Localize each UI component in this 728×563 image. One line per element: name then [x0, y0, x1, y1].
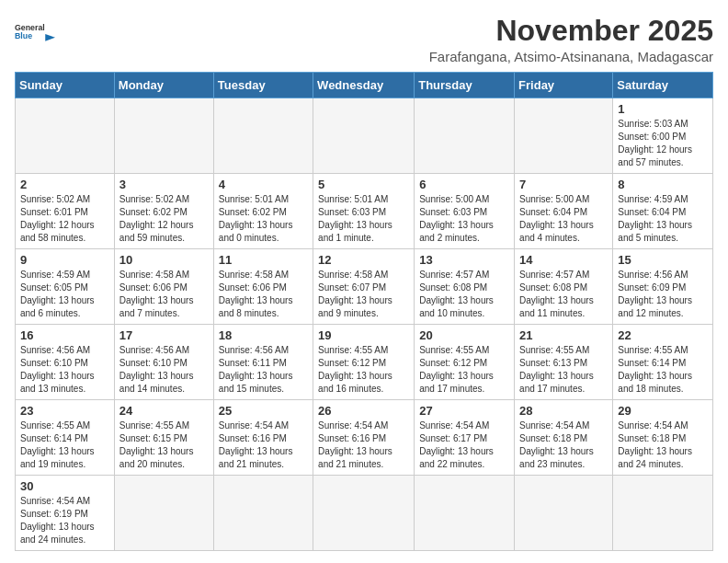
day-cell: 19Sunrise: 4:55 AM Sunset: 6:12 PM Dayli… [313, 325, 415, 400]
day-info: Sunrise: 4:55 AM Sunset: 6:15 PM Dayligh… [119, 419, 209, 471]
week-row-6: 30Sunrise: 4:54 AM Sunset: 6:19 PM Dayli… [16, 476, 713, 551]
day-cell [515, 98, 613, 174]
svg-marker-2 [45, 34, 55, 41]
day-cell: 23Sunrise: 4:55 AM Sunset: 6:14 PM Dayli… [16, 400, 115, 476]
day-number: 25 [219, 404, 308, 418]
day-info: Sunrise: 4:55 AM Sunset: 6:14 PM Dayligh… [618, 344, 708, 396]
day-number: 10 [119, 253, 209, 267]
day-cell: 21Sunrise: 4:55 AM Sunset: 6:13 PM Dayli… [515, 325, 613, 400]
day-cell: 9Sunrise: 4:59 AM Sunset: 6:05 PM Daylig… [16, 249, 115, 325]
day-cell: 13Sunrise: 4:57 AM Sunset: 6:08 PM Dayli… [415, 249, 515, 325]
day-number: 8 [618, 178, 708, 191]
day-info: Sunrise: 4:59 AM Sunset: 6:05 PM Dayligh… [20, 269, 109, 320]
header: General Blue November 2025 Farafangana, … [15, 15, 713, 64]
day-number: 7 [519, 178, 608, 191]
day-number: 22 [618, 328, 708, 342]
day-cell: 8Sunrise: 4:59 AM Sunset: 6:04 PM Daylig… [613, 174, 713, 249]
day-cell: 25Sunrise: 4:54 AM Sunset: 6:16 PM Dayli… [213, 400, 313, 476]
day-cell: 15Sunrise: 4:56 AM Sunset: 6:09 PM Dayli… [613, 249, 713, 325]
day-number: 23 [20, 404, 109, 418]
day-cell: 20Sunrise: 4:55 AM Sunset: 6:12 PM Dayli… [415, 325, 515, 400]
day-number: 1 [618, 102, 708, 116]
day-cell [613, 476, 713, 551]
weekday-header-row: SundayMondayTuesdayWednesdayThursdayFrid… [16, 73, 713, 98]
day-cell [114, 476, 213, 551]
day-number: 9 [20, 253, 109, 267]
day-info: Sunrise: 5:03 AM Sunset: 6:00 PM Dayligh… [618, 118, 708, 169]
day-info: Sunrise: 4:58 AM Sunset: 6:06 PM Dayligh… [219, 269, 308, 320]
day-cell: 17Sunrise: 4:56 AM Sunset: 6:10 PM Dayli… [114, 325, 213, 400]
day-info: Sunrise: 4:54 AM Sunset: 6:17 PM Dayligh… [419, 419, 509, 471]
month-title: November 2025 [429, 15, 713, 47]
day-info: Sunrise: 4:59 AM Sunset: 6:04 PM Dayligh… [618, 193, 708, 245]
day-info: Sunrise: 4:56 AM Sunset: 6:10 PM Dayligh… [119, 344, 209, 396]
logo: General Blue [15, 15, 55, 48]
day-cell [16, 98, 115, 174]
day-info: Sunrise: 4:57 AM Sunset: 6:08 PM Dayligh… [519, 269, 608, 320]
day-cell [114, 98, 213, 174]
day-number: 16 [20, 328, 109, 342]
day-number: 6 [419, 178, 509, 191]
day-number: 24 [119, 404, 209, 418]
day-info: Sunrise: 4:57 AM Sunset: 6:08 PM Dayligh… [419, 269, 509, 320]
day-info: Sunrise: 5:01 AM Sunset: 6:02 PM Dayligh… [219, 193, 308, 245]
svg-text:Blue: Blue [15, 31, 32, 40]
day-cell: 10Sunrise: 4:58 AM Sunset: 6:06 PM Dayli… [114, 249, 213, 325]
weekday-header-sunday: Sunday [16, 73, 115, 98]
day-info: Sunrise: 5:00 AM Sunset: 6:04 PM Dayligh… [519, 193, 608, 245]
day-number: 21 [519, 328, 608, 342]
day-number: 5 [318, 178, 409, 191]
day-cell: 28Sunrise: 4:54 AM Sunset: 6:18 PM Dayli… [515, 400, 613, 476]
calendar-table: SundayMondayTuesdayWednesdayThursdayFrid… [15, 72, 713, 551]
day-cell: 2Sunrise: 5:02 AM Sunset: 6:01 PM Daylig… [16, 174, 115, 249]
day-cell [213, 476, 313, 551]
day-cell: 6Sunrise: 5:00 AM Sunset: 6:03 PM Daylig… [415, 174, 515, 249]
day-number: 20 [419, 328, 509, 342]
week-row-3: 9Sunrise: 4:59 AM Sunset: 6:05 PM Daylig… [16, 249, 713, 325]
day-cell [415, 476, 515, 551]
weekday-header-saturday: Saturday [613, 73, 713, 98]
day-cell [515, 476, 613, 551]
day-info: Sunrise: 4:56 AM Sunset: 6:10 PM Dayligh… [20, 344, 109, 396]
day-cell: 11Sunrise: 4:58 AM Sunset: 6:06 PM Dayli… [213, 249, 313, 325]
day-number: 28 [519, 404, 608, 418]
day-cell: 1Sunrise: 5:03 AM Sunset: 6:00 PM Daylig… [613, 98, 713, 174]
week-row-1: 1Sunrise: 5:03 AM Sunset: 6:00 PM Daylig… [16, 98, 713, 174]
day-number: 11 [219, 253, 308, 267]
day-number: 29 [618, 404, 708, 418]
day-info: Sunrise: 4:54 AM Sunset: 6:18 PM Dayligh… [618, 419, 708, 471]
day-cell: 27Sunrise: 4:54 AM Sunset: 6:17 PM Dayli… [415, 400, 515, 476]
day-info: Sunrise: 4:56 AM Sunset: 6:09 PM Dayligh… [618, 269, 708, 320]
day-cell [313, 476, 415, 551]
day-cell: 26Sunrise: 4:54 AM Sunset: 6:16 PM Dayli… [313, 400, 415, 476]
title-area: November 2025 Farafangana, Atsimo-Atsina… [429, 15, 713, 64]
day-cell: 16Sunrise: 4:56 AM Sunset: 6:10 PM Dayli… [16, 325, 115, 400]
day-number: 27 [419, 404, 509, 418]
day-cell: 14Sunrise: 4:57 AM Sunset: 6:08 PM Dayli… [515, 249, 613, 325]
day-cell: 18Sunrise: 4:56 AM Sunset: 6:11 PM Dayli… [213, 325, 313, 400]
day-info: Sunrise: 4:58 AM Sunset: 6:06 PM Dayligh… [119, 269, 209, 320]
day-cell [415, 98, 515, 174]
day-info: Sunrise: 4:55 AM Sunset: 6:12 PM Dayligh… [318, 344, 409, 396]
day-number: 15 [618, 253, 708, 267]
day-cell: 3Sunrise: 5:02 AM Sunset: 6:02 PM Daylig… [114, 174, 213, 249]
day-info: Sunrise: 4:55 AM Sunset: 6:12 PM Dayligh… [419, 344, 509, 396]
day-info: Sunrise: 5:02 AM Sunset: 6:02 PM Dayligh… [119, 193, 209, 245]
day-cell: 4Sunrise: 5:01 AM Sunset: 6:02 PM Daylig… [213, 174, 313, 249]
day-info: Sunrise: 5:00 AM Sunset: 6:03 PM Dayligh… [419, 193, 509, 245]
day-info: Sunrise: 4:58 AM Sunset: 6:07 PM Dayligh… [318, 269, 409, 320]
day-cell [313, 98, 415, 174]
day-number: 2 [20, 178, 109, 191]
day-info: Sunrise: 4:54 AM Sunset: 6:19 PM Dayligh… [20, 495, 109, 546]
day-cell: 30Sunrise: 4:54 AM Sunset: 6:19 PM Dayli… [16, 476, 115, 551]
weekday-header-tuesday: Tuesday [213, 73, 313, 98]
day-info: Sunrise: 4:56 AM Sunset: 6:11 PM Dayligh… [219, 344, 308, 396]
day-cell: 29Sunrise: 4:54 AM Sunset: 6:18 PM Dayli… [613, 400, 713, 476]
day-info: Sunrise: 4:54 AM Sunset: 6:18 PM Dayligh… [519, 419, 608, 471]
weekday-header-monday: Monday [114, 73, 213, 98]
day-number: 3 [119, 178, 209, 191]
day-cell: 22Sunrise: 4:55 AM Sunset: 6:14 PM Dayli… [613, 325, 713, 400]
day-info: Sunrise: 4:54 AM Sunset: 6:16 PM Dayligh… [219, 419, 308, 471]
generalblue-logo: General Blue [15, 15, 55, 48]
day-number: 17 [119, 328, 209, 342]
